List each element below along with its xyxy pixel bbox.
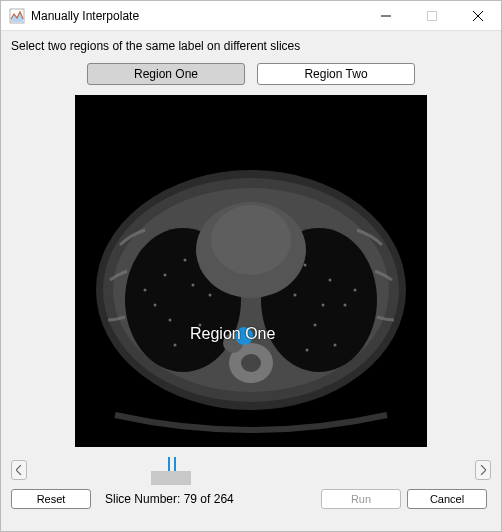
slider-tick: [174, 457, 176, 471]
close-button[interactable]: [455, 1, 501, 31]
cancel-button[interactable]: Cancel: [407, 489, 487, 509]
region-one-marker[interactable]: [235, 327, 253, 345]
instruction-text: Select two regions of the same label on …: [11, 39, 493, 53]
run-button: Run: [321, 489, 401, 509]
svg-point-27: [344, 304, 347, 307]
region-one-button[interactable]: Region One: [87, 63, 245, 85]
svg-point-19: [199, 324, 202, 327]
svg-point-26: [329, 279, 332, 282]
svg-point-29: [334, 344, 337, 347]
slice-slider[interactable]: [35, 457, 467, 483]
svg-point-21: [209, 294, 212, 297]
maximize-button: [409, 1, 455, 31]
slice-number-text: Slice Number: 79 of 264: [105, 492, 234, 506]
dialog-content: Select two regions of the same label on …: [1, 31, 501, 531]
svg-point-12: [211, 205, 291, 275]
bottom-bar: Reset Slice Number: 79 of 264 Run Cancel: [9, 487, 493, 511]
svg-point-28: [314, 324, 317, 327]
svg-point-14: [241, 354, 261, 372]
titlebar: Manually Interpolate: [1, 1, 501, 31]
slice-slider-row: [9, 455, 493, 485]
svg-point-32: [322, 304, 325, 307]
svg-point-23: [192, 284, 195, 287]
region-button-group: Region One Region Two: [9, 63, 493, 85]
next-slice-button[interactable]: [475, 460, 491, 480]
svg-point-33: [306, 349, 309, 352]
slider-thumb[interactable]: [151, 471, 191, 485]
svg-rect-2: [428, 11, 437, 20]
app-icon: [9, 8, 25, 24]
svg-point-16: [164, 274, 167, 277]
dialog-window: Manually Interpolate Select two regions …: [0, 0, 502, 532]
slider-tick: [168, 457, 170, 471]
previous-slice-button[interactable]: [11, 460, 27, 480]
svg-point-18: [154, 304, 157, 307]
window-title: Manually Interpolate: [31, 9, 363, 23]
minimize-button[interactable]: [363, 1, 409, 31]
slice-viewer[interactable]: Region One: [75, 95, 427, 447]
svg-point-25: [304, 264, 307, 267]
region-two-button[interactable]: Region Two: [257, 63, 415, 85]
svg-point-24: [169, 319, 172, 322]
ct-scan-image: [75, 95, 427, 447]
svg-point-20: [174, 344, 177, 347]
reset-button[interactable]: Reset: [11, 489, 91, 509]
svg-point-31: [354, 289, 357, 292]
svg-point-22: [144, 289, 147, 292]
window-controls: [363, 1, 501, 31]
svg-point-30: [294, 294, 297, 297]
svg-point-17: [184, 259, 187, 262]
